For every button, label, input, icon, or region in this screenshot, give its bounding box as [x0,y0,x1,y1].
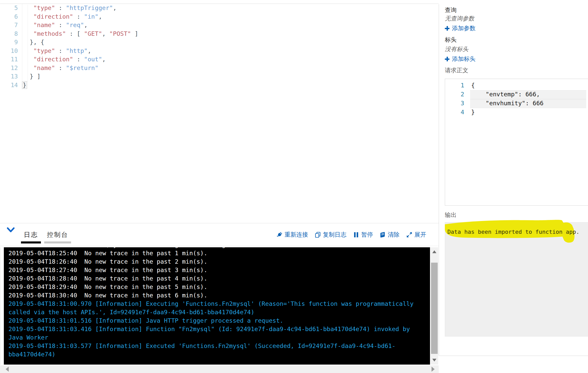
code-token: "direction" [33,13,73,20]
code-text: "direction" : "in", [22,13,102,21]
toolbar-button-label: 复制日志 [323,231,346,239]
headers-section-title: 标头 [445,36,457,44]
code-text: }, { [22,38,44,47]
code-text: } [471,108,475,117]
request-body-lines: 1{2 "envtemp": 666,3 "envhumity": 6664} [445,81,588,117]
scrollbar-thumb[interactable] [431,263,438,354]
request-body-line[interactable]: 1{ [445,81,588,90]
line-number: 11 [0,55,18,64]
line-number: 7 [0,21,18,30]
horizontal-scrollbar[interactable] [0,365,439,373]
query-section-title: 查询 [445,6,457,14]
plus-icon [444,56,450,62]
code-token: : [ [66,30,84,37]
code-line[interactable]: 14} [0,81,437,90]
line-number: 13 [0,72,18,81]
console-log-entry: 2019-05-04T18:31:01.516 [Information] Ja… [8,317,423,325]
add-parameter-button[interactable]: 添加参数 [444,24,476,32]
line-number: 4 [445,108,464,117]
inactive-tab-underline [44,241,71,243]
code-token: , [113,4,117,11]
code-token: "req" [66,21,84,29]
tab-console[interactable]: 控制台 [44,223,71,246]
code-token: "$return" [66,64,98,72]
scroll-left-arrow-icon[interactable] [6,367,9,372]
line-number: 6 [0,13,18,21]
code-token: , [102,30,109,37]
code-token: , [84,21,88,29]
line-number: 14 [0,81,18,90]
code-token [22,21,33,29]
tab-logs-label: 日志 [21,230,41,239]
code-token: "name" [33,64,55,72]
code-token: ] [131,30,138,37]
code-line[interactable]: 6 "direction" : "in", [0,13,437,21]
clear-icon [379,231,386,238]
headers-empty-text: 没有标头 [445,45,468,53]
console-log-line: 2019-05-04T18:30:40 No new trace in the … [8,291,423,300]
toolbar-button-plug[interactable]: 重新连接 [276,231,308,239]
console-log-line: 2019-05-04T18:28:40 No new trace in the … [8,274,423,283]
active-tab-underline [21,241,41,243]
toolbar-button-expand[interactable]: 展开 [406,231,426,239]
code-token: : [55,21,66,29]
code-line[interactable]: 11 "direction" : "out", [0,55,437,64]
code-line[interactable]: 7 "name" : "req", [0,21,437,30]
line-number: 12 [0,64,18,73]
scroll-down-arrow-icon[interactable] [432,359,436,362]
pause-icon [353,231,359,238]
code-text: "envtemp": 666, [471,90,540,99]
code-line[interactable]: 8 "methods" : [ "GET", "POST" ] [0,30,437,38]
tab-console-label: 控制台 [44,230,71,239]
code-token: "http" [66,47,88,54]
code-text: "type" : "httpTrigger", [22,4,117,13]
tab-logs[interactable]: 日志 [21,223,41,246]
code-line[interactable]: 13 } ] [0,72,437,81]
code-token: : [55,47,66,54]
toolbar-button-label: 展开 [414,231,426,239]
line-number: 8 [0,30,18,38]
line-number: 1 [445,81,464,90]
request-body-line[interactable]: 3 "envhumity": 666 [445,99,588,108]
console-log-entry: 2019-05-04T18:31:00.970 [Information] Ex… [8,300,423,317]
scroll-right-arrow-icon[interactable] [432,367,435,372]
chevron-down-icon[interactable] [6,226,15,234]
code-line[interactable]: 5 "type" : "httpTrigger", [0,4,437,13]
code-token: "type" [33,4,55,11]
console-log-line: 2019-05-04T18:29:40 No new trace in the … [8,283,423,291]
code-line[interactable]: 10 "type" : "http", [0,47,437,55]
console-vertical-scrollbar[interactable] [431,247,438,365]
code-text: { [471,81,475,90]
request-body-line[interactable]: 4} [445,108,588,117]
code-token: "httpTrigger" [66,4,113,11]
console-log-entry: 2019-05-04T18:31:03.577 [Information] Ex… [8,342,423,359]
request-body-line[interactable]: 2 "envtemp": 666, [445,90,588,99]
gutter-separator [22,64,22,73]
log-panel-header: 日志 控制台 重新连接复制日志暂停清除展开 [0,223,439,248]
code-line[interactable]: 9 }, { [0,38,437,47]
output-message: Data has been imported to function app. [447,229,585,235]
toolbar-button-pause[interactable]: 暂停 [353,231,373,239]
toolbar-button-copy[interactable]: 复制日志 [314,231,346,239]
gutter-separator [22,38,22,47]
code-text: "name" : "req", [22,21,88,30]
code-text: "type" : "http", [22,47,91,55]
log-console[interactable]: , y g g2019-05-04T18:25:40 No new trace … [4,247,430,365]
toolbar-button-label: 重新连接 [285,231,308,239]
code-token: , [98,13,102,20]
code-token [22,64,33,72]
code-line[interactable]: 12 "name" : "$return" [0,64,437,73]
request-body-editor[interactable]: 1{2 "envtemp": 666,3 "envhumity": 6664} [445,79,588,206]
gutter-separator [22,21,22,30]
console-partial-line: , y g g [8,247,423,249]
function-json-editor[interactable]: 5 "type" : "httpTrigger",6 "direction" :… [0,4,437,223]
code-token: , [102,56,106,63]
right-panel-bottom-border [439,356,588,356]
query-empty-text: 无查询参数 [445,15,474,22]
gutter-separator [22,55,22,64]
copy-icon [314,231,321,238]
scroll-up-arrow-icon[interactable] [432,250,436,253]
add-header-button[interactable]: 添加标头 [444,55,476,63]
toolbar-button-clear[interactable]: 清除 [379,231,400,239]
code-token [22,47,33,54]
